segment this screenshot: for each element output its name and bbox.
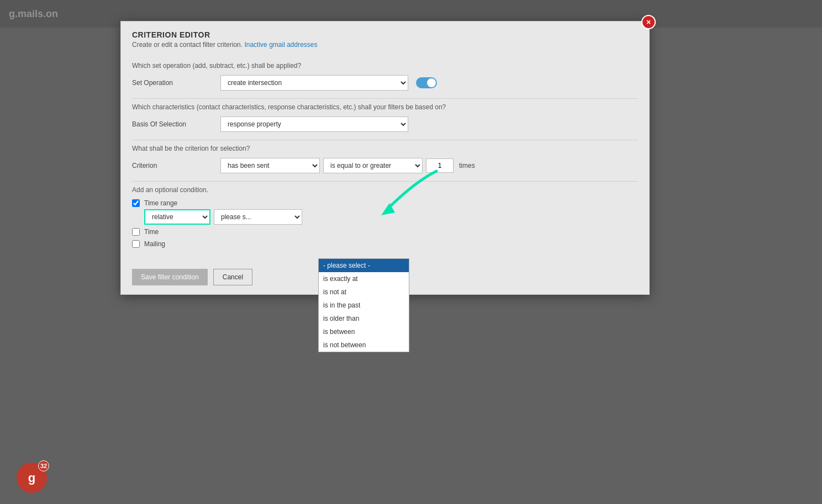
criterion-editor-modal: × CRITERION EDITOR Create or edit a cont… <box>120 21 650 295</box>
basis-row: Basis Of Selection response property con… <box>132 116 638 132</box>
time-condition-dropdown[interactable]: - please select - is exactly at is not a… <box>318 258 409 352</box>
time-range-label[interactable]: Time range <box>144 199 177 207</box>
time-range-checkbox[interactable] <box>132 199 140 207</box>
divider-2 <box>132 140 638 140</box>
dropdown-option-between[interactable]: is between <box>319 325 409 338</box>
inactive-gmail-link[interactable]: Inactive gmail addresses <box>244 41 317 49</box>
divider-1 <box>132 98 638 99</box>
times-label: times <box>459 162 475 169</box>
time-range-row: Time range <box>132 199 638 207</box>
dropdown-option-not-at[interactable]: is not at <box>319 285 409 299</box>
basis-question: Which characteristics (contact character… <box>132 103 638 111</box>
set-operation-select[interactable]: create intersection add subtract <box>220 75 408 91</box>
basis-controls: response property contact property <box>220 116 638 132</box>
criterion-select2[interactable]: is equal to or greater is equal to is le… <box>323 158 423 173</box>
criterion-input[interactable] <box>426 158 454 173</box>
basis-label: Basis Of Selection <box>132 120 220 128</box>
criterion-label: Criterion <box>132 162 220 169</box>
set-operation-row: Set Operation create intersection add su… <box>132 75 638 91</box>
mailing-checkbox[interactable] <box>132 240 140 248</box>
modal-title: CRITERION EDITOR <box>132 30 638 39</box>
criterion-row: Criterion has been sent has been opened … <box>132 158 638 173</box>
dropdown-option-exactly-at[interactable]: is exactly at <box>319 272 409 285</box>
mailing-row: Mailing <box>132 240 638 248</box>
save-filter-button[interactable]: Save filter condition <box>132 269 208 285</box>
dropdown-option-in-the-past[interactable]: is in the past <box>319 299 409 312</box>
cancel-button[interactable]: Cancel <box>213 269 252 285</box>
dropdown-option-not-between[interactable]: is not between <box>319 338 409 352</box>
set-operation-question: Which set operation (add, subtract, etc.… <box>132 62 638 70</box>
modal-subtitle: Create or edit a contact filter criterio… <box>132 41 638 49</box>
set-operation-controls: create intersection add subtract <box>220 75 638 91</box>
criterion-controls: has been sent has been opened has been c… <box>220 158 638 173</box>
close-button[interactable]: × <box>641 15 656 29</box>
dropdown-option-please-select[interactable]: - please select - <box>319 259 409 272</box>
basis-select[interactable]: response property contact property <box>220 116 408 132</box>
time-range-type-select[interactable]: relative absolute custom <box>144 209 210 225</box>
time-range-controls: relative absolute custom please s... is … <box>144 209 638 225</box>
time-checkbox[interactable] <box>132 228 140 236</box>
set-operation-label: Set Operation <box>132 79 220 87</box>
modal-header: CRITERION EDITOR Create or edit a contac… <box>121 22 649 54</box>
dropdown-option-older-than[interactable]: is older than <box>319 312 409 325</box>
app-badge: g 32 <box>17 463 47 493</box>
badge-container: g 32 <box>17 463 47 493</box>
badge-letter: g <box>28 471 35 485</box>
criterion-question: What shall be the criterion for selectio… <box>132 145 638 152</box>
criterion-select1[interactable]: has been sent has been opened has been c… <box>220 158 320 173</box>
optional-label: Add an optional condition. <box>132 186 638 194</box>
badge-count: 32 <box>38 460 49 471</box>
time-range-condition-select[interactable]: please s... is exactly at is not at is i… <box>214 209 302 225</box>
divider-3 <box>132 181 638 182</box>
modal-body: Which set operation (add, subtract, etc.… <box>121 54 649 263</box>
toggle-switch[interactable] <box>416 77 437 88</box>
mailing-label[interactable]: Mailing <box>144 240 165 248</box>
time-row: Time <box>132 228 638 236</box>
time-label[interactable]: Time <box>144 228 159 236</box>
